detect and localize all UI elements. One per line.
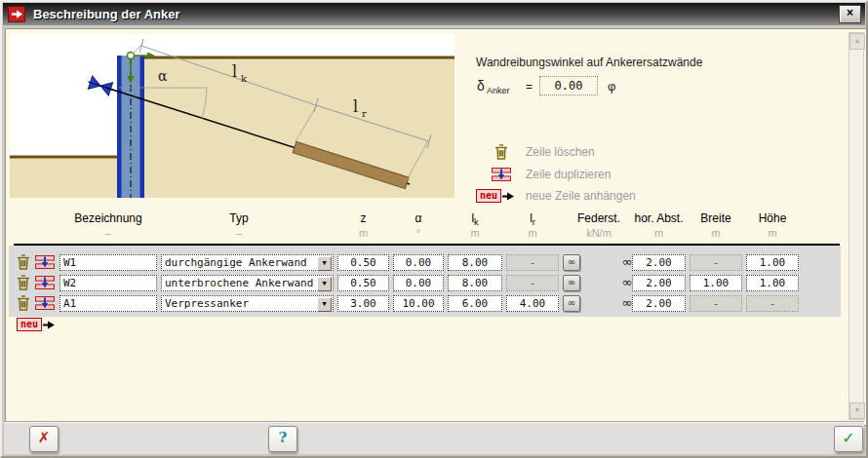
hor-abst-input[interactable]: 2.00 [632,275,686,291]
check-icon: ✓ [842,429,854,447]
trash-icon [476,144,526,160]
alpha-input[interactable]: 0.00 [393,254,444,271]
dialog-title: Beschreibung der Anker [33,7,180,21]
delta-anker-input[interactable]: 0.00 [539,76,598,95]
typ-select[interactable]: durchgängige Ankerwand ▼ [161,254,334,271]
hoehe-input: - [746,295,799,312]
hor-abst-input[interactable]: 2.00 [632,254,686,271]
alpha-label: α [158,68,168,84]
help-button[interactable]: ? [268,426,297,452]
new-row-icon: neu [17,318,42,331]
breite-input[interactable]: 1.00 [690,275,742,291]
infinity-icon: ∞ [568,277,575,287]
delta-symbol: δ [477,78,485,94]
chevron-down-icon: ▼ [318,278,331,289]
z-input[interactable]: 0.50 [337,254,389,271]
up-arrow-icon: ▲ [854,37,861,44]
delta-subscript: Anker [487,86,510,95]
help-icon: ? [279,429,288,446]
bezeichnung-input[interactable]: A1 [59,295,157,312]
unit-hor-abst: m [632,227,686,239]
header-breite: Breite [690,211,742,225]
unit-bezeichnung: – [59,227,157,239]
ok-button[interactable]: ✓ [834,426,863,452]
breite-input: - [690,295,742,312]
typ-select[interactable]: Verpressanker ▼ [161,295,334,312]
hoehe-input[interactable]: 1.00 [746,275,799,291]
friction-title: Wandreibungswinkel auf Ankerersatzwände [476,56,702,69]
dropdown-button[interactable]: ▼ [317,256,332,271]
header-lk: lk [448,211,502,227]
duplicate-row-button[interactable] [35,296,55,314]
header-hor-abst: hor. Abst. [632,211,686,225]
lr-input: - [506,275,559,291]
infinity-icon: ∞ [568,256,575,267]
lk-input[interactable]: 8.00 [448,275,502,291]
legend-append-label: neue Zeile anhängen [526,189,636,203]
hoehe-input[interactable]: 1.00 [746,254,799,271]
bezeichnung-input[interactable]: W2 [59,275,157,291]
alpha-input[interactable]: 0.00 [393,275,444,291]
typ-select[interactable]: unterbrochene Ankerwand ▼ [161,275,334,291]
legend-append: neu neue Zeile anhängen [476,187,636,205]
chevron-down-icon: ▼ [318,257,331,269]
anchor-diagram: α l k l r [10,34,454,198]
bezeichnung-input[interactable]: W1 [59,254,157,271]
lr-label: l [353,97,358,116]
unit-lr: m [506,227,559,239]
dropdown-button[interactable]: ▼ [317,297,332,312]
table-row: W1 durchgängige Ankerwand ▼ 0.50 0.00 8.… [6,253,843,274]
footer-bar: ✗ ? ✓ [4,421,864,454]
vertical-scrollbar[interactable]: ▲ ▼ [848,32,864,420]
table-row: A1 Verpressanker ▼ 3.00 10.00 6.00 4.00 … [6,294,843,315]
chevron-down-icon: ▼ [318,298,331,310]
hor-abst-input[interactable]: 2.00 [632,295,686,312]
unit-z: m [337,227,389,239]
legend-delete-label: Zeile löschen [526,145,595,159]
append-row-button[interactable]: neu [17,318,55,331]
duplicate-row-button[interactable] [35,255,55,273]
delete-row-button[interactable] [17,275,30,294]
delete-row-button[interactable] [17,254,30,274]
infinity-icon: ∞ [568,297,575,308]
unit-lk: m [448,227,502,239]
dialog-window: Beschreibung der Anker × [0,0,868,458]
header-typ: Typ [161,211,317,225]
lr-input[interactable]: 4.00 [506,295,559,312]
phi-symbol: φ [608,79,615,94]
alpha-input[interactable]: 10.00 [393,295,444,312]
duplicate-row-icon [476,168,526,181]
content-area: α l k l r Wandreibungswinkel auf Ankerer… [5,28,867,426]
soil-left [10,158,117,198]
unit-federst: kN/m [558,227,640,239]
z-input[interactable]: 0.50 [337,275,389,291]
delete-row-button[interactable] [17,295,30,315]
cancel-button[interactable]: ✗ [29,426,59,452]
dropdown-button[interactable]: ▼ [317,277,332,291]
duplicate-row-button[interactable] [35,276,55,293]
lk-input[interactable]: 6.00 [448,295,502,312]
header-lr: lr [506,211,559,227]
arrow-right-icon [43,321,55,329]
infinity-button[interactable]: ∞ [563,295,580,312]
scroll-up-button[interactable]: ▲ [849,33,865,50]
lr-sub-label: r [362,108,367,119]
scroll-down-button[interactable]: ▼ [849,402,865,419]
z-input[interactable]: 3.00 [337,295,389,312]
new-row-icon: neu [476,189,526,203]
header-hoehe: Höhe [746,211,799,225]
infinity-button[interactable]: ∞ [563,275,580,291]
unit-breite: m [690,227,742,239]
legend-duplicate-label: Zeile duplizieren [526,168,611,181]
title-bar: Beschreibung der Anker × [3,3,865,25]
legend-duplicate: Zeile duplizieren [476,166,611,183]
header-federst: Federst. [558,211,640,225]
close-button[interactable]: × [839,5,861,23]
lk-input[interactable]: 8.00 [448,254,502,271]
lk-label: l [232,62,237,81]
app-arrow-icon [8,6,25,22]
lk-sub-label: k [241,73,248,84]
lr-input: - [506,254,559,271]
unit-hoehe: m [746,227,799,239]
infinity-button[interactable]: ∞ [563,254,580,271]
